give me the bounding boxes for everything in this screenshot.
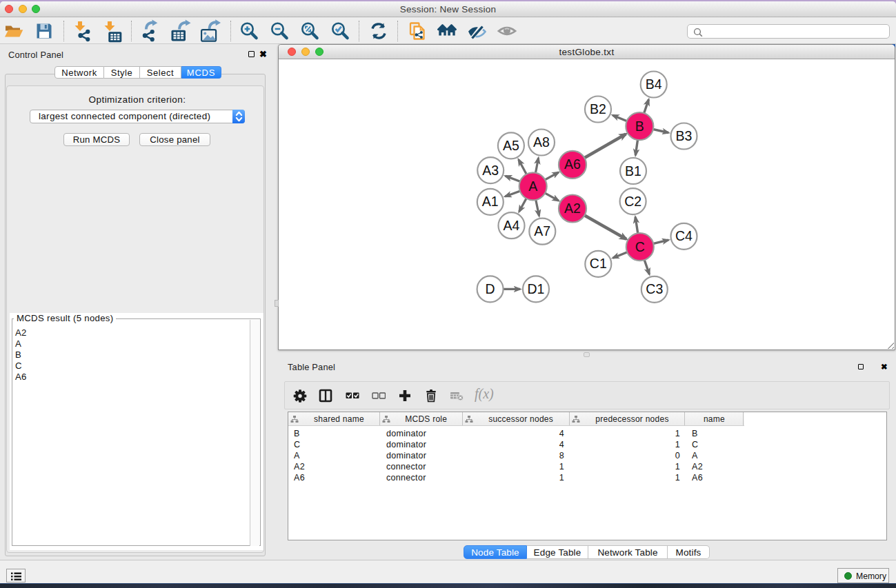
svg-text:D: D <box>486 281 495 296</box>
svg-text:C3: C3 <box>646 281 663 296</box>
svg-text:B2: B2 <box>590 101 606 116</box>
svg-text:A7: A7 <box>534 223 550 239</box>
svg-text:C1: C1 <box>590 256 607 271</box>
svg-text:A2: A2 <box>564 201 581 216</box>
svg-text:A1: A1 <box>482 194 499 209</box>
svg-text:A3: A3 <box>482 163 499 178</box>
svg-text:A: A <box>528 179 537 194</box>
svg-text:A6: A6 <box>564 156 581 172</box>
svg-text:B3: B3 <box>676 128 693 143</box>
svg-text:B: B <box>635 119 644 134</box>
svg-text:A8: A8 <box>533 134 550 150</box>
svg-text:B4: B4 <box>646 77 662 92</box>
svg-text:C: C <box>635 239 645 254</box>
svg-text:A4: A4 <box>504 218 520 233</box>
svg-text:B1: B1 <box>625 163 641 179</box>
svg-text:A5: A5 <box>503 138 519 153</box>
svg-text:C4: C4 <box>675 228 693 243</box>
svg-text:D1: D1 <box>528 281 545 296</box>
svg-text:C2: C2 <box>624 194 641 209</box>
